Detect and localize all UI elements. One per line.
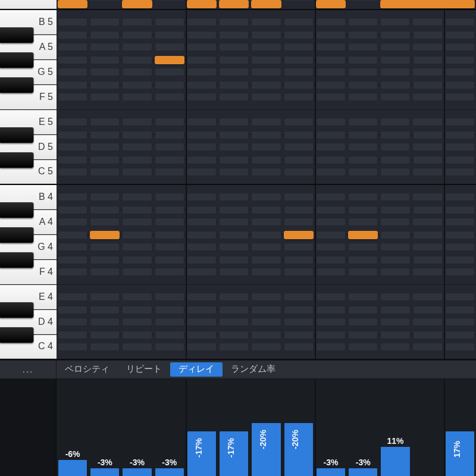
step-cell[interactable] (316, 131, 346, 139)
step-cell[interactable] (380, 206, 410, 214)
delay-step[interactable]: -3% (315, 379, 347, 476)
step-cell[interactable] (284, 331, 314, 339)
delay-step[interactable]: 11% (379, 379, 411, 476)
step-cell[interactable] (155, 131, 184, 139)
step-cell[interactable] (155, 256, 184, 264)
step-cell[interactable] (122, 131, 152, 139)
black-key[interactable] (0, 227, 33, 243)
step-cell[interactable] (445, 131, 475, 139)
step-cell[interactable] (445, 31, 475, 39)
step-cell[interactable] (58, 81, 87, 89)
note[interactable] (122, 0, 152, 8)
step-cell[interactable] (58, 56, 87, 64)
black-key[interactable] (0, 52, 33, 68)
step-cell[interactable] (347, 0, 379, 9)
step-cell[interactable] (413, 156, 443, 164)
step-cell[interactable] (251, 131, 281, 139)
note[interactable] (284, 231, 314, 239)
tab-repeat[interactable]: リピート (118, 361, 170, 378)
note[interactable] (219, 0, 249, 8)
step-cell[interactable] (316, 156, 346, 164)
step-cell[interactable] (58, 256, 87, 264)
step-cell[interactable] (413, 331, 443, 339)
step-cell[interactable] (348, 56, 378, 64)
piano-keyboard[interactable] (0, 0, 57, 360)
delay-step[interactable]: -3% (121, 379, 153, 476)
step-cell[interactable] (58, 331, 87, 339)
step-cell[interactable] (187, 81, 217, 89)
step-cell[interactable] (155, 306, 184, 314)
step-cell[interactable] (251, 256, 281, 264)
step-cell[interactable] (413, 231, 443, 239)
step-cell[interactable] (219, 156, 249, 164)
delay-bar[interactable] (58, 460, 87, 476)
step-cell[interactable] (284, 81, 314, 89)
step-cell[interactable] (284, 206, 314, 214)
step-cell[interactable] (283, 0, 315, 9)
step-cell[interactable] (90, 306, 120, 314)
step-cell[interactable] (122, 231, 152, 239)
step-cell[interactable] (90, 256, 120, 264)
step-cell[interactable] (348, 31, 378, 39)
step-cell[interactable] (348, 81, 378, 89)
step-cell[interactable] (380, 56, 410, 64)
step-cell[interactable] (348, 131, 378, 139)
black-key[interactable] (0, 252, 33, 268)
step-cell[interactable] (187, 31, 217, 39)
delay-parameter-lane[interactable]: -6%-3%-3%-3%-17%-17%-20%-20%-3%-3%11%17% (0, 379, 476, 476)
delay-step[interactable]: -3% (89, 379, 121, 476)
step-cell[interactable] (316, 331, 346, 339)
step-cell[interactable] (413, 56, 443, 64)
delay-bar[interactable] (381, 447, 409, 476)
step-cell[interactable] (219, 306, 249, 314)
delay-step[interactable]: -20% (250, 379, 282, 476)
step-cell[interactable] (316, 306, 346, 314)
step-cell[interactable] (219, 31, 249, 39)
step-cell[interactable] (251, 231, 281, 239)
step-cell[interactable] (445, 231, 475, 239)
step-cell[interactable] (58, 306, 87, 314)
step-cell[interactable] (58, 31, 87, 39)
step-cell[interactable] (155, 331, 184, 339)
piano-roll-grid[interactable]: C 6B 5A 5G 5F 5E 5D 5C 5B 4A 4G 4F 4E 4D… (0, 0, 476, 360)
step-cell[interactable] (251, 31, 281, 39)
step-cell[interactable] (187, 206, 217, 214)
note[interactable] (316, 0, 346, 8)
step-cell[interactable] (187, 306, 217, 314)
step-cell[interactable] (380, 231, 410, 239)
step-cell[interactable] (348, 206, 378, 214)
step-cell[interactable] (380, 81, 410, 89)
step-cell[interactable] (413, 31, 443, 39)
step-cell[interactable] (187, 256, 217, 264)
black-key[interactable] (0, 77, 33, 93)
step-cell[interactable] (413, 256, 443, 264)
delay-step[interactable]: -17% (218, 379, 250, 476)
step-cell[interactable] (155, 206, 184, 214)
note[interactable] (90, 231, 120, 239)
step-cell[interactable] (445, 256, 475, 264)
tab-random[interactable]: ランダム率 (223, 361, 284, 378)
note[interactable] (155, 56, 184, 64)
step-cell[interactable] (122, 206, 152, 214)
step-cell[interactable] (316, 231, 346, 239)
step-cell[interactable] (284, 56, 314, 64)
step-cell[interactable] (219, 331, 249, 339)
step-cell[interactable] (58, 231, 87, 239)
step-cell[interactable] (284, 131, 314, 139)
step-cell[interactable] (122, 81, 152, 89)
step-cell[interactable] (348, 306, 378, 314)
step-cell[interactable] (348, 331, 378, 339)
step-cell[interactable] (413, 81, 443, 89)
step-cell[interactable] (90, 56, 120, 64)
black-key[interactable] (0, 152, 33, 168)
step-cell[interactable] (219, 231, 249, 239)
delay-step[interactable]: 17% (444, 379, 476, 476)
step-cell[interactable] (348, 156, 378, 164)
step-cell[interactable] (380, 256, 410, 264)
step-cell[interactable] (348, 256, 378, 264)
step-cell[interactable] (122, 56, 152, 64)
black-key[interactable] (0, 327, 33, 343)
step-cell[interactable] (58, 156, 87, 164)
step-cell[interactable] (154, 0, 186, 9)
step-cell[interactable] (316, 206, 346, 214)
